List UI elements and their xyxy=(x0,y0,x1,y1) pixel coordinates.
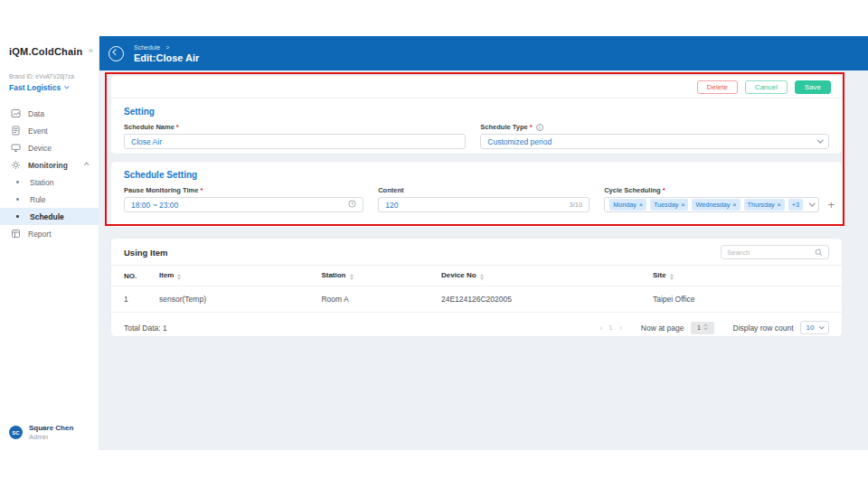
chevron-left-icon xyxy=(113,49,118,54)
sidebar-item-label: Rule xyxy=(30,195,45,204)
chip-close-icon[interactable]: × xyxy=(639,201,643,209)
sidebar-item-device[interactable]: Device xyxy=(0,139,99,156)
user-name: Square Chen xyxy=(29,424,73,432)
chevron-up-icon xyxy=(84,163,89,167)
chevron-down-icon xyxy=(819,324,824,329)
sidebar-collapse-icon[interactable]: « xyxy=(89,46,93,55)
page-header: Schedule > Edit:Close Air xyxy=(99,36,868,70)
sidebar-item-station[interactable]: Station xyxy=(0,174,99,191)
sidebar-item-label: Event xyxy=(28,127,48,136)
content-label: Content xyxy=(378,186,590,194)
sidebar-item-event[interactable]: Event xyxy=(0,122,99,139)
schedule-name-input[interactable]: Close Air xyxy=(124,134,466,149)
schedule-type-select[interactable]: Customized period xyxy=(480,134,829,149)
schedule-type-value: Customized period xyxy=(487,137,552,146)
sidebar-item-label: Monitoring xyxy=(28,161,68,170)
breadcrumb[interactable]: Schedule xyxy=(134,44,160,51)
cell-station: Room A xyxy=(321,295,441,304)
day-chip[interactable]: Tuesday × xyxy=(650,199,689,211)
content-input[interactable]: 120 3/10 xyxy=(378,197,590,212)
app-logo: iQM.ColdChain xyxy=(9,46,82,57)
setting-card: Delete Cancel Save Setting Schedule Name… xyxy=(110,75,843,155)
table-header-row: NO. Item Station Device No Site xyxy=(111,265,842,286)
device-icon xyxy=(11,143,21,153)
search-icon xyxy=(815,244,823,260)
breadcrumb-separator: > xyxy=(165,44,169,51)
save-button[interactable]: Save xyxy=(795,80,831,94)
prev-page-icon[interactable]: ‹ xyxy=(599,324,602,333)
schedule-setting-heading: Schedule Setting xyxy=(111,162,842,186)
data-icon xyxy=(11,108,21,118)
sidebar-item-label: Station xyxy=(30,178,53,187)
add-schedule-button[interactable]: + xyxy=(827,201,835,210)
column-header-station[interactable]: Station xyxy=(321,271,441,280)
brand-name-label: Fast Logistics xyxy=(9,83,61,92)
sidebar: iQM.ColdChain « Brand ID: eVvATV26j7za F… xyxy=(0,36,99,450)
sidebar-item-label: Data xyxy=(28,109,44,118)
sidebar-item-schedule[interactable]: Schedule xyxy=(0,208,99,225)
chevron-down-icon xyxy=(809,201,815,206)
cell-site: Taipei Office xyxy=(653,295,829,304)
required-mark: * xyxy=(663,186,665,194)
required-mark: * xyxy=(200,186,203,194)
schedule-type-label: Schedule Type * i xyxy=(480,123,829,131)
app-window: iQM.ColdChain « Brand ID: eVvATV26j7za F… xyxy=(0,36,868,450)
next-page-icon[interactable]: › xyxy=(619,324,622,333)
sidebar-item-label: Device xyxy=(28,144,52,153)
chip-close-icon[interactable]: × xyxy=(777,201,780,209)
table-footer: Total Data: 1 ‹ 1 › Now at page 1 Displa… xyxy=(111,313,842,343)
chevron-down-icon xyxy=(817,137,823,143)
brand-id-label: Brand ID: eVvATV26j7za xyxy=(0,57,99,80)
schedule-name-label: Schedule Name * xyxy=(124,123,466,131)
back-button[interactable] xyxy=(108,46,124,61)
delete-button[interactable]: Delete xyxy=(697,80,738,94)
sort-icon xyxy=(350,274,354,280)
sidebar-item-label: Schedule xyxy=(30,212,64,221)
brand-selector[interactable]: Fast Logistics xyxy=(0,80,99,92)
char-counter: 3/10 xyxy=(570,201,583,209)
column-header-item[interactable]: Item xyxy=(159,271,321,280)
pause-monitoring-time-input[interactable]: 18:00 ~ 23:00 xyxy=(124,197,363,212)
search-placeholder: Search xyxy=(727,249,750,257)
info-icon[interactable]: i xyxy=(536,124,543,131)
chevron-down-icon xyxy=(64,84,69,89)
event-icon xyxy=(11,126,21,136)
sidebar-item-report[interactable]: Report xyxy=(0,225,99,242)
cancel-button[interactable]: Cancel xyxy=(745,80,788,94)
day-chip[interactable]: Thursday × xyxy=(744,199,785,211)
user-profile[interactable]: SC Square Chen Admin xyxy=(9,424,73,441)
column-header-device-no[interactable]: Device No xyxy=(441,271,653,280)
column-header-site[interactable]: Site xyxy=(653,271,829,280)
required-mark: * xyxy=(530,123,533,131)
day-chip[interactable]: Monday × xyxy=(609,199,646,211)
schedule-name-value: Close Air xyxy=(131,137,162,146)
sort-icon xyxy=(670,274,674,280)
content-value: 120 xyxy=(385,201,398,210)
clock-icon xyxy=(348,200,356,210)
monitoring-icon xyxy=(11,160,21,170)
row-count-label: Display row count xyxy=(733,324,794,333)
total-data-label: Total Data: 1 xyxy=(124,324,167,333)
cell-no: 1 xyxy=(124,295,159,304)
bullet-icon xyxy=(13,198,23,201)
now-at-page-label: Now at page xyxy=(641,324,684,333)
day-chip[interactable]: Wednesday × xyxy=(692,199,740,211)
row-count-select[interactable]: 10 xyxy=(800,321,829,334)
setting-heading: Setting xyxy=(111,99,842,123)
bullet-icon xyxy=(13,215,23,218)
sidebar-item-rule[interactable]: Rule xyxy=(0,191,99,208)
chip-close-icon[interactable]: × xyxy=(732,201,736,209)
sidebar-item-data[interactable]: Data xyxy=(0,105,99,122)
page-number[interactable]: 1 xyxy=(609,324,612,332)
search-input[interactable]: Search xyxy=(721,245,829,259)
chip-close-icon[interactable]: × xyxy=(681,201,684,209)
schedule-setting-card: Schedule Setting Pause Monitoring Time *… xyxy=(110,161,843,228)
logo-text: ColdChain xyxy=(32,46,83,57)
main-content: Schedule > Edit:Close Air Delete Cancel … xyxy=(99,36,868,450)
pause-monitoring-time-label: Pause Monitoring Time * xyxy=(124,186,363,194)
page-input[interactable]: 1 xyxy=(691,322,714,334)
sidebar-item-monitoring[interactable]: Monitoring xyxy=(0,156,99,174)
stepper-icon[interactable] xyxy=(704,324,707,332)
table-row[interactable]: 1 sensor(Temp) Room A 24E124126C202005 T… xyxy=(111,286,842,313)
cycle-scheduling-select[interactable]: Monday × Tuesday × Wednesday × xyxy=(604,197,819,212)
